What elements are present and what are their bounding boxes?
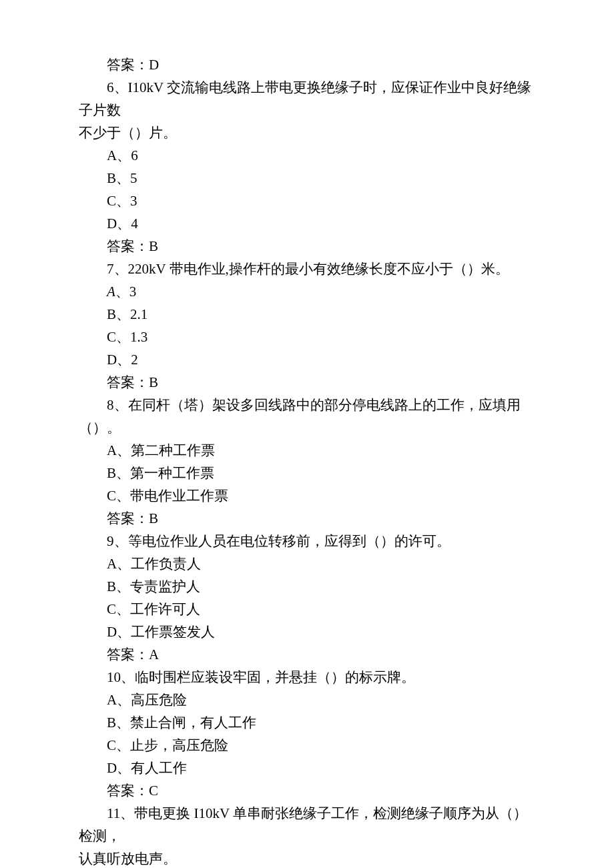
question-stem: 11、带电更换 I10kV 单串耐张绝缘子工作，检测绝缘子顺序为从（）检测，: [79, 802, 535, 847]
option-b: B、5: [79, 167, 535, 189]
question-stem: 9、等电位作业人员在电位转移前，应得到（）的许可。: [79, 530, 535, 552]
question-stem: 7、220kV 带电作业,操作杆的最小有效绝缘长度不应小于（）米。: [79, 258, 535, 280]
option-a: A、6: [79, 144, 535, 167]
question-stem: 8、在同杆（塔）架设多回线路中的部分停电线路上的工作，应填用（）。: [79, 394, 535, 439]
question-stem-continuation: 不少于（）片。: [79, 121, 535, 144]
answer-line: 答案：B: [79, 507, 535, 530]
option-d: D、2: [79, 348, 535, 371]
question-stem: 6、I10kV 交流输电线路上带电更换绝缘子时，应保证作业中良好绝缘子片数: [79, 76, 535, 121]
answer-line: 答案：A: [79, 643, 535, 666]
option-c: C、带电作业工作票: [79, 484, 535, 507]
option-d: D、有人工作: [79, 757, 535, 779]
option-text: 、3: [115, 284, 137, 300]
option-a: A、第二种工作票: [79, 439, 535, 462]
option-d: D、4: [79, 212, 535, 235]
option-label-italic: A: [107, 284, 115, 300]
option-a: A、高压危险: [79, 689, 535, 711]
question-stem: 10、临时围栏应装设牢固，并悬挂（）的标示牌。: [79, 666, 535, 689]
option-b: B、禁止合闸，有人工作: [79, 711, 535, 734]
option-c: C、1.3: [79, 326, 535, 348]
question-stem-continuation: 认真听放电声。: [79, 847, 535, 868]
option-a: A、3: [79, 280, 535, 303]
option-c: C、工作许可人: [79, 598, 535, 620]
answer-line: 答案：D: [79, 53, 535, 76]
answer-line: 答案：B: [79, 371, 535, 394]
document-page: 答案：D 6、I10kV 交流输电线路上带电更换绝缘子时，应保证作业中良好绝缘子…: [0, 0, 614, 868]
option-b: B、2.1: [79, 303, 535, 326]
option-b: B、专责监护人: [79, 575, 535, 598]
option-c: C、止步，高压危险: [79, 734, 535, 757]
option-c: C、3: [79, 189, 535, 212]
option-b: B、第一种工作票: [79, 462, 535, 484]
answer-line: 答案：C: [79, 779, 535, 802]
answer-line: 答案：B: [79, 235, 535, 258]
option-d: D、工作票签发人: [79, 620, 535, 643]
option-a: A、工作负责人: [79, 552, 535, 575]
